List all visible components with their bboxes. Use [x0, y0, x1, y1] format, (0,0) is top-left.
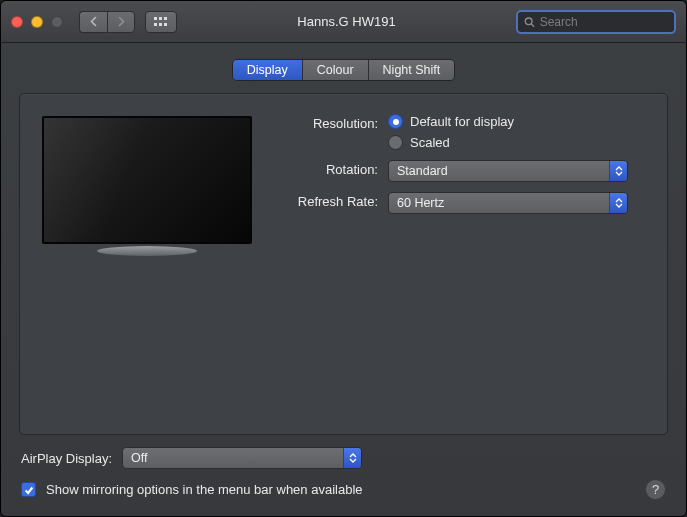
bottom-area: AirPlay Display: Off Show mirroring opti… — [19, 435, 668, 500]
svg-rect-2 — [164, 17, 167, 20]
window-title: Hanns.G HW191 — [187, 14, 506, 29]
window-controls — [11, 16, 63, 28]
chevron-right-icon — [117, 16, 126, 27]
tab-display[interactable]: Display — [233, 60, 303, 80]
mirroring-label: Show mirroring options in the menu bar w… — [46, 482, 363, 497]
resolution-default-radio[interactable]: Default for display — [388, 114, 645, 129]
nav-group — [79, 11, 135, 33]
show-all-button[interactable] — [145, 11, 177, 33]
segmented-tabs: Display Colour Night Shift — [232, 59, 456, 81]
resolution-scaled-radio[interactable]: Scaled — [388, 135, 645, 150]
question-icon: ? — [652, 482, 659, 497]
close-icon[interactable] — [11, 16, 23, 28]
svg-line-7 — [531, 24, 534, 27]
airplay-select[interactable]: Off — [122, 447, 362, 469]
svg-point-6 — [525, 17, 532, 24]
radio-label: Default for display — [410, 114, 514, 129]
resolution-label: Resolution: — [278, 114, 378, 131]
select-arrows-icon — [609, 193, 627, 213]
zoom-icon — [51, 16, 63, 28]
airplay-label: AirPlay Display: — [21, 451, 112, 466]
select-value: Off — [131, 451, 147, 465]
rotation-label: Rotation: — [278, 160, 378, 177]
help-button[interactable]: ? — [645, 479, 666, 500]
check-icon — [24, 485, 34, 495]
minimize-icon[interactable] — [31, 16, 43, 28]
monitor-screen-icon — [42, 116, 252, 244]
select-value: Standard — [397, 164, 448, 178]
airplay-row: AirPlay Display: Off — [21, 447, 666, 469]
radio-label: Scaled — [410, 135, 450, 150]
forward-button[interactable] — [107, 11, 135, 33]
tab-bar: Display Colour Night Shift — [19, 59, 668, 81]
mirroring-checkbox[interactable] — [21, 482, 36, 497]
refresh-rate-label: Refresh Rate: — [278, 192, 378, 209]
display-panel: Resolution: Default for display Scaled R… — [19, 93, 668, 435]
monitor-preview — [42, 116, 252, 256]
settings-grid: Resolution: Default for display Scaled R… — [278, 114, 645, 214]
resolution-options: Default for display Scaled — [388, 114, 645, 150]
tab-colour[interactable]: Colour — [303, 60, 369, 80]
svg-rect-5 — [164, 23, 167, 26]
svg-rect-3 — [154, 23, 157, 26]
svg-rect-0 — [154, 17, 157, 20]
select-value: 60 Hertz — [397, 196, 444, 210]
refresh-rate-select[interactable]: 60 Hertz — [388, 192, 628, 214]
titlebar: Hanns.G HW191 — [1, 1, 686, 43]
chevron-left-icon — [89, 16, 98, 27]
search-field[interactable] — [516, 10, 676, 34]
select-arrows-icon — [609, 161, 627, 181]
mirroring-row: Show mirroring options in the menu bar w… — [21, 479, 666, 500]
svg-rect-4 — [159, 23, 162, 26]
rotation-select[interactable]: Standard — [388, 160, 628, 182]
radio-unchecked-icon — [388, 135, 403, 150]
back-button[interactable] — [79, 11, 107, 33]
search-input[interactable] — [540, 15, 668, 29]
svg-rect-1 — [159, 17, 162, 20]
grid-icon — [154, 17, 168, 27]
tab-night-shift[interactable]: Night Shift — [369, 60, 455, 80]
preferences-window: Hanns.G HW191 Display Colour Night Shift… — [0, 0, 687, 517]
search-icon — [524, 16, 535, 28]
select-arrows-icon — [343, 448, 361, 468]
content: Display Colour Night Shift Resolution: D… — [1, 43, 686, 516]
monitor-stand-icon — [97, 246, 197, 256]
radio-checked-icon — [388, 114, 403, 129]
